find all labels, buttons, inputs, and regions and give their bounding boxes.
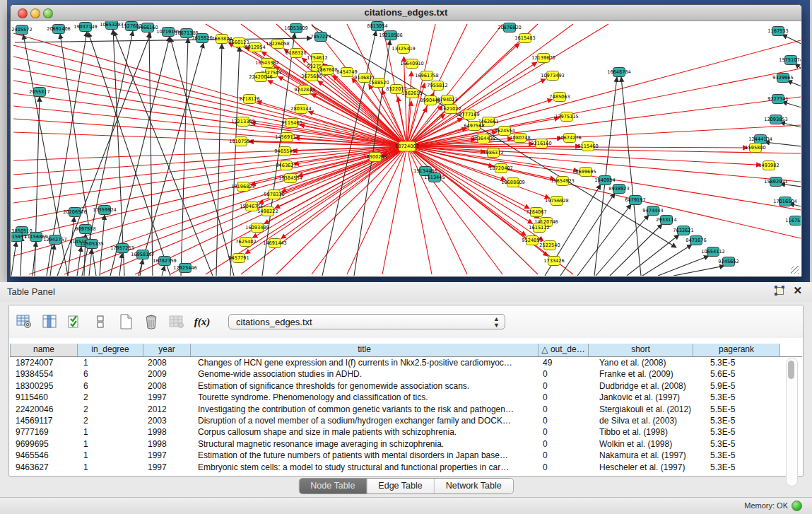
- column-header-in_degree[interactable]: in_degree: [78, 344, 143, 356]
- network-edge[interactable]: [281, 146, 407, 238]
- table-cell[interactable]: 0: [539, 450, 589, 461]
- column-header-pagerank[interactable]: pagerank: [693, 344, 780, 356]
- table-row[interactable]: 969969511998Structural magnetic resonanc…: [10, 438, 802, 450]
- network-edge[interactable]: [139, 43, 204, 276]
- network-edge[interactable]: [407, 146, 538, 274]
- table-cell[interactable]: de Silva et al. (2003): [589, 415, 693, 426]
- function-builder-button[interactable]: f(x): [192, 311, 213, 332]
- table-cell[interactable]: Structural magnetic resonance image aver…: [191, 438, 539, 450]
- network-edge[interactable]: [407, 146, 543, 241]
- table-row[interactable]: 911546021997Tourette syndrome. Phenomeno…: [10, 392, 802, 403]
- table-cell[interactable]: 2009: [143, 368, 191, 380]
- table-cell[interactable]: Yano et al. (2008): [589, 357, 693, 368]
- table-cell[interactable]: 5.3E-5: [693, 426, 780, 438]
- table-cell[interactable]: 1: [78, 462, 143, 473]
- network-edge[interactable]: [119, 253, 122, 276]
- network-edge[interactable]: [642, 245, 692, 276]
- tab-network-table[interactable]: Network Table: [435, 479, 513, 493]
- table-cell[interactable]: Changes of HCN gene expression and I(f) …: [191, 357, 539, 368]
- table-cell[interactable]: 2008: [143, 380, 191, 392]
- table-cell[interactable]: 5.3E-5: [693, 450, 780, 461]
- table-row[interactable]: 977716911998Corpus callosum shape and si…: [10, 426, 802, 438]
- network-edge[interactable]: [407, 40, 801, 146]
- table-cell[interactable]: Embryonic stem cells: a model to study s…: [191, 462, 539, 473]
- table-cell[interactable]: Nakamura et al. (1997): [589, 450, 693, 461]
- network-edge[interactable]: [284, 49, 407, 146]
- column-header-out_de[interactable]: △ out_de…: [539, 344, 589, 356]
- network-window-titlebar[interactable]: citations_edges.txt: [11, 5, 801, 21]
- table-cell[interactable]: 9699695: [10, 438, 78, 450]
- table-cell[interactable]: 9463627: [10, 462, 78, 473]
- table-cell[interactable]: Jankovic et al. (1997): [589, 392, 693, 403]
- table-cell[interactable]: 6: [78, 368, 143, 380]
- table-cell[interactable]: 9465546: [10, 450, 78, 461]
- table-cell[interactable]: 19384554: [10, 368, 78, 380]
- table-cell[interactable]: 1997: [143, 462, 191, 473]
- table-cell[interactable]: 5.3E-5: [693, 415, 780, 426]
- table-cell[interactable]: 1998: [143, 426, 191, 438]
- network-edge[interactable]: [658, 256, 709, 276]
- network-graph[interactable]: 2405572206914061903714910653287152760284…: [11, 21, 801, 276]
- scrollbar-thumb[interactable]: [788, 361, 794, 379]
- network-edge[interactable]: [782, 102, 801, 107]
- network-edge[interactable]: [140, 259, 143, 276]
- table-cell[interactable]: 5.9E-5: [693, 380, 780, 392]
- table-cell[interactable]: 2: [78, 415, 143, 426]
- column-header-name[interactable]: name: [10, 344, 78, 356]
- float-panel-icon[interactable]: [775, 286, 784, 296]
- table-row[interactable]: 1830029562008Estimation of significance …: [10, 380, 802, 392]
- table-row[interactable]: 2242004622012Investigating the contribut…: [10, 404, 802, 415]
- table-cell[interactable]: Wolkin et al. (1998): [589, 438, 693, 450]
- table-cell[interactable]: 6: [78, 380, 143, 392]
- network-edge[interactable]: [407, 69, 801, 146]
- table-cell[interactable]: 5.3E-5: [693, 357, 780, 368]
- table-cell[interactable]: 9777169: [10, 426, 78, 438]
- network-edge[interactable]: [181, 38, 188, 276]
- table-row[interactable]: 946554611997Estimation of the future num…: [10, 450, 802, 461]
- table-cell[interactable]: 18300295: [10, 380, 78, 392]
- table-cell[interactable]: 5.3E-5: [693, 462, 780, 473]
- table-cell[interactable]: 1: [78, 438, 143, 450]
- table-cell[interactable]: 2: [78, 392, 143, 403]
- close-panel-icon[interactable]: ✕: [793, 286, 802, 296]
- table-cell[interactable]: 1998: [143, 438, 191, 450]
- column-header-year[interactable]: year: [143, 344, 191, 356]
- table-cell[interactable]: 0: [539, 415, 589, 426]
- network-edge[interactable]: [621, 77, 641, 276]
- table-cell[interactable]: Tibbo et al. (1998): [589, 426, 693, 438]
- network-edge[interactable]: [13, 146, 407, 203]
- network-edge[interactable]: [13, 45, 407, 146]
- table-cell[interactable]: 2008: [143, 357, 191, 368]
- table-cell[interactable]: 49: [539, 357, 589, 368]
- table-cell[interactable]: Tourette syndrome. Phenomenology and cla…: [191, 392, 539, 403]
- network-edge[interactable]: [11, 242, 16, 276]
- network-edge[interactable]: [787, 81, 801, 86]
- tab-edge-table[interactable]: Edge Table: [367, 479, 434, 493]
- network-edge[interactable]: [780, 122, 801, 127]
- network-edge[interactable]: [577, 204, 631, 276]
- table-vertical-scrollbar[interactable]: [786, 358, 798, 486]
- network-edge[interactable]: [673, 266, 724, 276]
- table-cell[interactable]: 0: [539, 462, 589, 473]
- network-edge[interactable]: [407, 146, 467, 274]
- table-cell[interactable]: 14569117: [10, 415, 78, 426]
- network-edge[interactable]: [407, 97, 801, 146]
- table-cell[interactable]: 5.3E-5: [693, 438, 780, 450]
- network-edge[interactable]: [89, 249, 92, 276]
- table-cell[interactable]: 1997: [143, 392, 191, 403]
- table-cell[interactable]: Disruption of a novel member of a sodium…: [191, 415, 539, 426]
- table-cell[interactable]: 1: [78, 357, 143, 368]
- table-cell[interactable]: 18724007: [10, 357, 78, 368]
- table-row[interactable]: 1456911722003Disruption of a novel membe…: [10, 415, 802, 426]
- table-cell[interactable]: Franke et al. (2009): [589, 368, 693, 380]
- network-edge[interactable]: [382, 146, 407, 274]
- table-cell[interactable]: 5.5E-5: [693, 404, 780, 415]
- table-cell[interactable]: 2: [78, 404, 143, 415]
- network-edge[interactable]: [627, 235, 679, 276]
- table-cell[interactable]: 0: [539, 438, 589, 450]
- table-cell[interactable]: Dudbridge et al. (2008): [589, 380, 693, 392]
- table-select-dropdown[interactable]: citations_edges.txt ▲▼: [228, 314, 505, 329]
- create-column-button[interactable]: [115, 311, 136, 332]
- column-header-title[interactable]: title: [191, 344, 539, 356]
- table-cell[interactable]: 1: [78, 450, 143, 461]
